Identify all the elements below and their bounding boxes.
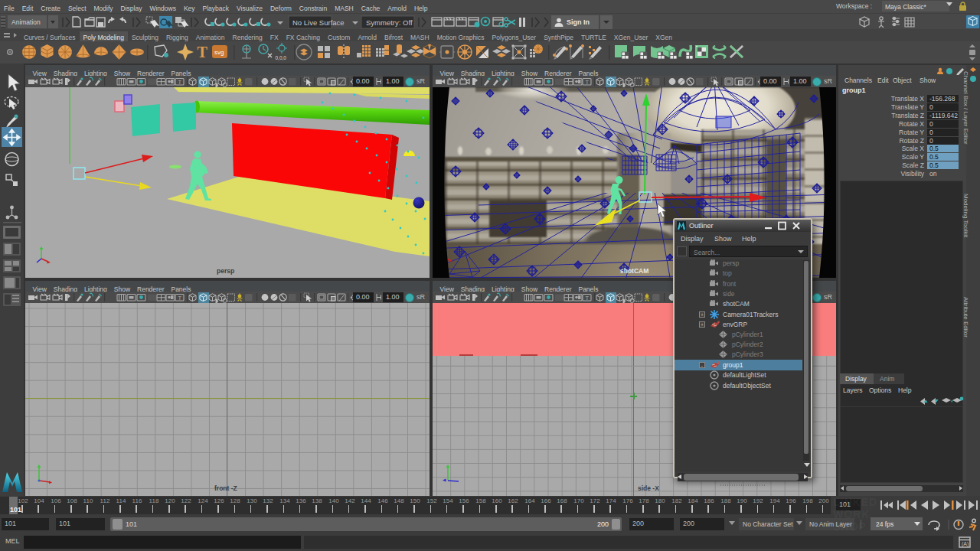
svg-text:T: T — [586, 79, 590, 86]
svg-text:0,0,0: 0,0,0 — [276, 55, 287, 60]
svg-text:Symmetry: Off: Symmetry: Off — [366, 18, 413, 27]
svg-text:T: T — [178, 79, 182, 86]
svg-text:T: T — [198, 44, 208, 60]
svg-text:(A): (A) — [962, 541, 969, 547]
svg-text:No Live Surface: No Live Surface — [292, 18, 345, 27]
svg-text:T: T — [178, 295, 182, 302]
svg-text:T: T — [586, 295, 590, 302]
svg-text:svg: svg — [214, 49, 224, 56]
